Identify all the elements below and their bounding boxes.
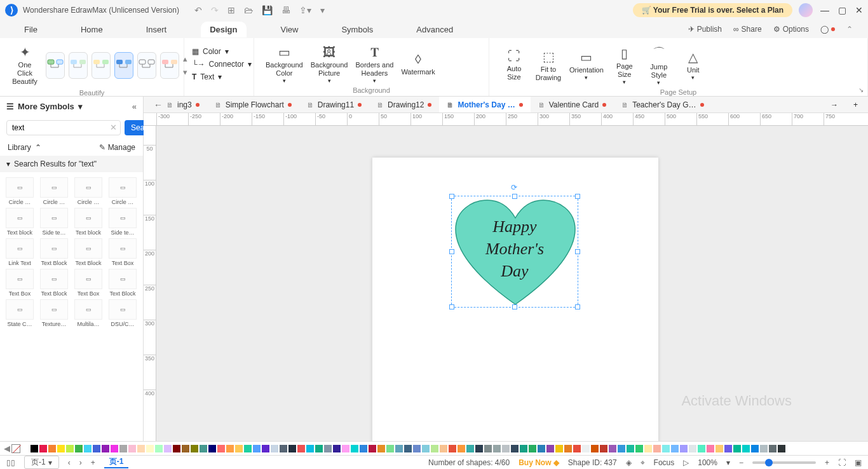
watermark-button[interactable]: ◊Watermark: [397, 50, 438, 79]
menu-file[interactable]: File: [15, 22, 46, 37]
color-swatch[interactable]: [244, 445, 252, 452]
menu-design[interactable]: Design: [201, 22, 246, 37]
color-swatch[interactable]: [538, 445, 545, 452]
color-swatch[interactable]: [200, 445, 207, 452]
color-swatch[interactable]: [751, 445, 759, 452]
collapse-ribbon-icon[interactable]: ⌃: [846, 25, 853, 34]
options-button[interactable]: ⚙Options: [773, 25, 809, 34]
orientation-button[interactable]: ▭Orientation▾: [566, 47, 607, 83]
color-swatch[interactable]: [564, 445, 572, 452]
color-swatch[interactable]: [315, 445, 323, 452]
color-swatch[interactable]: [529, 445, 536, 452]
manage-button[interactable]: ✎ Manage: [99, 143, 135, 152]
color-swatch[interactable]: [102, 445, 109, 452]
color-swatch[interactable]: [111, 445, 118, 452]
menu-view[interactable]: View: [272, 22, 308, 37]
color-swatch[interactable]: [715, 445, 723, 452]
color-swatch[interactable]: [742, 445, 750, 452]
color-menu[interactable]: ▦Color ▾: [192, 47, 252, 56]
symbol-item[interactable]: ▭Circle …: [4, 177, 36, 205]
shape-selection[interactable]: Happy Mother's Day: [451, 196, 578, 308]
color-swatch[interactable]: [31, 445, 38, 452]
pagesetup-launcher-icon[interactable]: ↘: [858, 86, 864, 93]
color-swatch[interactable]: [119, 445, 127, 452]
page-dropdown[interactable]: 页-1 ▾: [24, 456, 59, 469]
save-icon[interactable]: 💾: [262, 5, 273, 15]
symbol-item[interactable]: ▭Multila…: [72, 299, 104, 327]
color-swatch[interactable]: [635, 445, 643, 452]
symbol-item[interactable]: ▭Link Text: [4, 238, 36, 266]
menu-symbols[interactable]: Symbols: [332, 22, 382, 37]
add-page-icon[interactable]: +: [91, 458, 95, 467]
collapse-panel-icon[interactable]: «: [132, 102, 137, 111]
page-tab[interactable]: 页-1: [104, 456, 129, 468]
symbol-item[interactable]: ▭Side te…: [38, 208, 70, 236]
color-swatch[interactable]: [280, 445, 287, 452]
color-swatch[interactable]: [262, 445, 269, 452]
library-label[interactable]: Library: [8, 143, 31, 152]
trial-banner[interactable]: 🛒 Your Free Trial is over. Select a Plan: [633, 3, 792, 17]
style-preset-4[interactable]: [114, 52, 133, 79]
color-swatch[interactable]: [440, 445, 447, 452]
color-swatch[interactable]: [689, 445, 696, 452]
symbol-item[interactable]: ▭Text Box: [72, 269, 104, 297]
color-swatch[interactable]: [395, 445, 403, 452]
maximize-icon[interactable]: ▢: [838, 5, 846, 15]
symbol-item[interactable]: ▭State C…: [4, 299, 36, 327]
color-swatch[interactable]: [520, 445, 527, 452]
doc-tab[interactable]: 🗎Drawing12: [369, 97, 439, 112]
new-icon[interactable]: ⊞: [227, 5, 235, 15]
color-swatch[interactable]: [724, 445, 732, 452]
print-icon[interactable]: 🖶: [281, 5, 290, 15]
symbol-item[interactable]: ▭Text Block: [72, 238, 104, 266]
color-swatch[interactable]: [475, 445, 483, 452]
heart-text[interactable]: Happy Mother's Day: [452, 215, 578, 282]
style-preset-5[interactable]: [137, 52, 156, 79]
target-icon[interactable]: ⌖: [641, 458, 645, 467]
resize-handle[interactable]: [449, 194, 454, 199]
color-swatch[interactable]: [413, 445, 421, 452]
symbol-item[interactable]: ▭Text Box: [4, 269, 36, 297]
symbol-item[interactable]: ▭Circle …: [107, 177, 139, 205]
color-swatch[interactable]: [146, 445, 154, 452]
resize-handle[interactable]: [575, 304, 580, 309]
page-size-button[interactable]: ▯Page Size▾: [607, 43, 642, 88]
color-swatch[interactable]: [93, 445, 100, 452]
symbol-item[interactable]: ▭Texture…: [38, 299, 70, 327]
connector-menu[interactable]: └→Connector ▾: [192, 60, 252, 69]
color-swatch[interactable]: [84, 445, 92, 452]
color-swatch[interactable]: [386, 445, 394, 452]
doc-tab[interactable]: 🗎Simple Flowchart: [207, 97, 299, 112]
focus-label[interactable]: Focus: [654, 458, 675, 467]
style-preset-1[interactable]: [46, 52, 65, 79]
color-swatch[interactable]: [466, 445, 474, 452]
color-swatch[interactable]: [253, 445, 261, 452]
color-swatch[interactable]: [48, 445, 56, 452]
text-menu[interactable]: TText ▾: [192, 72, 252, 81]
resize-handle[interactable]: [512, 304, 517, 309]
color-swatch[interactable]: [769, 445, 776, 452]
color-swatch[interactable]: [449, 445, 456, 452]
color-swatch[interactable]: [555, 445, 563, 452]
color-swatch[interactable]: [360, 445, 367, 452]
color-strip-prev-icon[interactable]: ◀: [4, 444, 10, 453]
resize-handle[interactable]: [449, 249, 454, 254]
color-swatch[interactable]: [306, 445, 314, 452]
one-click-beautify-button[interactable]: ✦ One Click Beautify: [8, 42, 42, 89]
color-swatch[interactable]: [271, 445, 278, 452]
color-swatch[interactable]: [484, 445, 492, 452]
color-swatch[interactable]: [173, 445, 180, 452]
symbol-item[interactable]: ▭Circle …: [72, 177, 104, 205]
color-swatch[interactable]: [591, 445, 599, 452]
color-swatch[interactable]: [333, 445, 341, 452]
resize-handle[interactable]: [512, 194, 517, 199]
page-prev-icon[interactable]: ‹: [68, 458, 71, 467]
color-swatch[interactable]: [297, 445, 305, 452]
color-swatch[interactable]: [653, 445, 661, 452]
resize-handle[interactable]: [449, 304, 454, 309]
color-swatch[interactable]: [191, 445, 198, 452]
rotate-handle-icon[interactable]: ⟳: [511, 183, 517, 192]
style-preset-3[interactable]: [92, 52, 111, 79]
chevron-down-icon[interactable]: ▾: [6, 160, 10, 168]
doc-tab[interactable]: 🗎Drawing11: [299, 97, 369, 112]
